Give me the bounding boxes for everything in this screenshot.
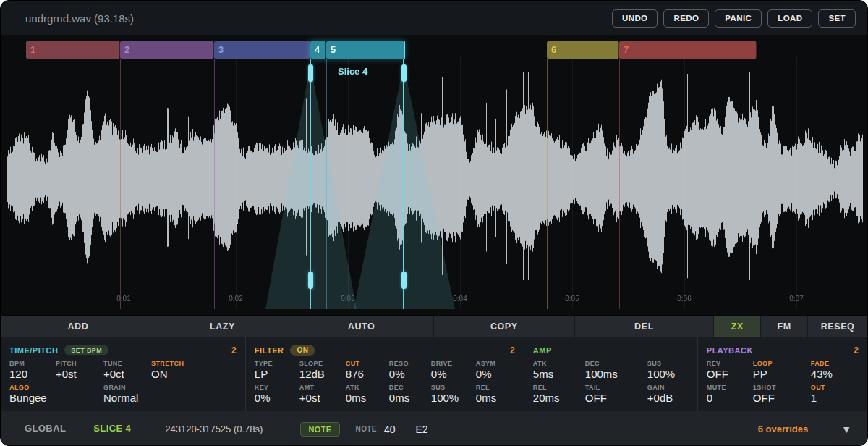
- section-filter: FILTER ON 2 TYPELP SLOPE12dB CUT876 RESO…: [246, 337, 524, 411]
- param-amp-dec[interactable]: DEC100ms: [585, 360, 647, 382]
- slice-bar-7[interactable]: 7: [619, 41, 757, 59]
- toolbar-fm-button[interactable]: FM: [761, 316, 808, 337]
- slice-range-readout: 243120-317525 (0.78s): [165, 424, 263, 434]
- param-filter-sus[interactable]: SUS100%: [431, 384, 476, 405]
- param-algo[interactable]: ALGOBungee: [9, 384, 56, 405]
- topbar: undrgrnd.wav (93.18s) UNDO REDO PANIC LO…: [1, 1, 867, 35]
- param-bpm[interactable]: BPM120: [9, 360, 56, 382]
- time-tick-label: 0:04: [453, 295, 467, 303]
- time-tick-label: 0:06: [677, 295, 691, 303]
- param-amp-tail[interactable]: TAILOFF: [585, 384, 647, 405]
- param-amp-rel[interactable]: REL20ms: [533, 384, 585, 405]
- time-gridline: [684, 57, 685, 308]
- section-time-pitch: TIME/PITCH SET BPM 2 BPM120 PITCH+0st TU…: [1, 337, 246, 411]
- param-rev[interactable]: REVOFF: [707, 360, 753, 382]
- fade-handle[interactable]: [308, 64, 313, 82]
- slice-boundary-marker[interactable]: [214, 59, 215, 309]
- param-filter-reso[interactable]: RESO0%: [389, 360, 431, 382]
- parameter-panel: TIME/PITCH SET BPM 2 BPM120 PITCH+0st TU…: [1, 337, 867, 411]
- slice-number: 1: [26, 41, 119, 59]
- param-amp-sus[interactable]: SUS100%: [647, 360, 689, 382]
- toolbar-auto-button[interactable]: AUTO: [289, 316, 434, 337]
- time-tick-label: 0:02: [229, 295, 242, 303]
- fade-handle[interactable]: [401, 272, 407, 289]
- collapse-panel-button[interactable]: ▼: [841, 424, 851, 435]
- param-filter-rel[interactable]: REL0ms: [476, 384, 516, 405]
- footer-bar: GLOBAL SLICE 4 243120-317525 (0.78s) NOT…: [1, 411, 867, 446]
- slice-bar-3[interactable]: 3: [214, 41, 310, 59]
- param-filter-dec[interactable]: DEC0ms: [389, 384, 431, 405]
- time-gridline: [796, 57, 797, 308]
- overrides-count: 6 overrides: [758, 424, 808, 434]
- param-1shot[interactable]: 1SHOTOFF: [753, 384, 811, 405]
- slice-bar-6[interactable]: 6: [547, 41, 619, 59]
- fade-handle[interactable]: [401, 64, 407, 82]
- param-out[interactable]: OUT1: [811, 384, 851, 405]
- param-filter-amt[interactable]: AMT+0st: [299, 384, 346, 405]
- section-title: AMP: [533, 346, 552, 355]
- param-pitch[interactable]: PITCH+0st: [56, 360, 103, 382]
- redo-button[interactable]: REDO: [663, 9, 709, 28]
- override-count-badge: 2: [231, 345, 237, 355]
- param-filter-type[interactable]: TYPELP: [255, 360, 299, 382]
- toolbar-reseq-button[interactable]: RESEQ: [808, 316, 867, 337]
- fade-handle[interactable]: [308, 272, 313, 289]
- param-fade[interactable]: FADE43%: [811, 360, 851, 382]
- selected-slice-label: Slice 4: [338, 66, 367, 77]
- param-filter-cut[interactable]: CUT876: [346, 360, 389, 382]
- set-button[interactable]: SET: [818, 9, 856, 28]
- time-tick-label: 0:03: [341, 295, 354, 303]
- slice-boundary-marker[interactable]: [120, 59, 121, 309]
- slice-number: 7: [619, 41, 756, 59]
- topbar-buttons: UNDO REDO PANIC LOAD SET: [612, 9, 856, 28]
- time-gridline: [236, 57, 237, 308]
- slice-boundary-marker[interactable]: [757, 59, 757, 309]
- section-title: PLAYBACK: [707, 346, 753, 355]
- slice-bar-1[interactable]: 1: [26, 41, 120, 59]
- toolbar-zx-button[interactable]: ZX: [714, 316, 761, 337]
- time-gridline: [348, 57, 349, 308]
- slice-number: 3: [214, 41, 310, 59]
- param-filter-atk[interactable]: ATK0ms: [346, 384, 389, 405]
- slice-boundary-marker[interactable]: [547, 59, 548, 309]
- param-tune[interactable]: TUNE+0ct: [103, 360, 151, 382]
- toolbar-lazy-button[interactable]: LAZY: [156, 316, 290, 337]
- section-playback: PLAYBACK 2 REVOFF LOOPPP FADE43% MUTE0 1…: [698, 337, 867, 411]
- load-button[interactable]: LOAD: [767, 9, 812, 28]
- toolbar-add-button[interactable]: ADD: [1, 316, 156, 337]
- fade-overlay: [1, 35, 867, 315]
- file-title: undrgrnd.wav (93.18s): [25, 12, 134, 25]
- section-title: TIME/PITCH: [9, 346, 58, 355]
- param-filter-key[interactable]: KEY0%: [255, 384, 299, 405]
- toolbar-copy-button[interactable]: COPY: [434, 316, 575, 337]
- filter-on-toggle[interactable]: ON: [290, 345, 315, 356]
- tab-slice-4[interactable]: SLICE 4: [80, 411, 145, 446]
- param-grain[interactable]: GRAINNormal: [103, 384, 151, 405]
- slice-boundary-marker[interactable]: [619, 59, 620, 309]
- waveform-panel[interactable]: Slice 4 0:010:020:030:040:050:060:071234…: [1, 35, 867, 315]
- param-amp-atk[interactable]: ATK5ms: [533, 360, 585, 382]
- toolbar-del-button[interactable]: DEL: [575, 316, 715, 337]
- undo-button[interactable]: UNDO: [612, 9, 658, 28]
- note-label: NOTE: [356, 425, 377, 433]
- param-filter-slope[interactable]: SLOPE12dB: [299, 360, 346, 382]
- tab-global[interactable]: GLOBAL: [11, 411, 80, 446]
- param-filter-asym[interactable]: ASYM0%: [476, 360, 516, 382]
- param-amp-gain[interactable]: GAIN+0dB: [647, 384, 689, 405]
- note-mode-pill[interactable]: NOTE: [300, 422, 339, 437]
- section-title: FILTER: [255, 346, 284, 355]
- slice-bar-2[interactable]: 2: [120, 41, 214, 59]
- note-name: E2: [416, 424, 428, 435]
- param-mute[interactable]: MUTE0: [707, 384, 753, 405]
- slice-number: 6: [547, 41, 618, 59]
- note-value[interactable]: 40: [384, 424, 396, 435]
- param-stretch[interactable]: STRETCHON: [151, 360, 212, 382]
- slice-boundary-marker[interactable]: [326, 59, 327, 309]
- time-gridline: [572, 57, 573, 308]
- selected-slice-outline[interactable]: [310, 41, 405, 59]
- set-bpm-button[interactable]: SET BPM: [64, 345, 109, 355]
- param-loop[interactable]: LOOPPP: [753, 360, 811, 382]
- slice-number: 2: [120, 41, 213, 59]
- param-filter-drive[interactable]: DRIVE0%: [431, 360, 476, 382]
- panic-button[interactable]: PANIC: [715, 9, 762, 28]
